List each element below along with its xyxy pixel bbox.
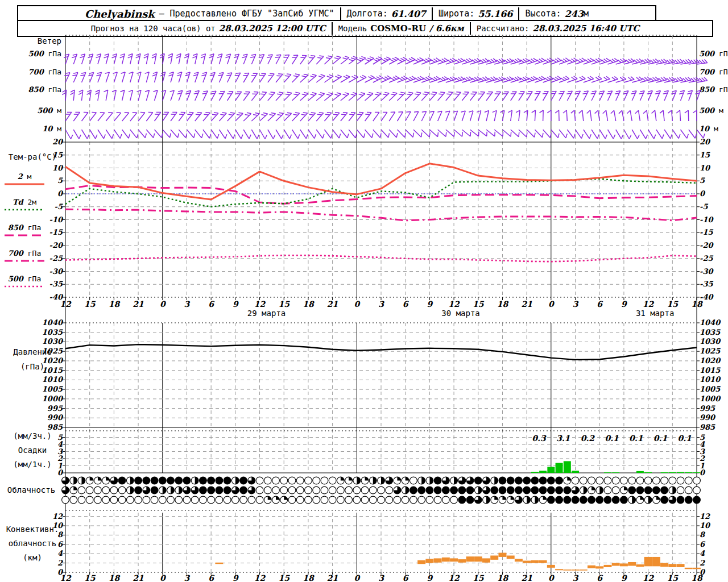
hour-label-bottom: 15 bbox=[278, 573, 290, 582]
cloud-cover-fill bbox=[677, 496, 684, 504]
tspan: гПа bbox=[714, 49, 728, 58]
cloud-cover-symbol bbox=[256, 496, 263, 504]
cloud-cover-symbol bbox=[296, 487, 304, 494]
cloud-cover-symbol bbox=[167, 496, 175, 504]
date-label: 31 марта bbox=[636, 309, 674, 318]
tspan: 700 bbox=[699, 68, 715, 76]
cloud-cover-symbol bbox=[264, 477, 271, 484]
cloud-cover-fill bbox=[421, 477, 425, 484]
hour-label-bottom: 21 bbox=[521, 573, 532, 582]
hour-label: 18 bbox=[691, 300, 703, 309]
cloud-cover-symbol bbox=[135, 496, 142, 504]
tspan: 500 bbox=[699, 49, 715, 58]
temp-ytick-right: 15 bbox=[700, 151, 710, 159]
legend-label: 500 гПа bbox=[8, 275, 41, 283]
label-number: 850 bbox=[28, 85, 45, 94]
convective-cloud-block bbox=[434, 558, 442, 562]
precip-1h-label: (мм/1ч.) bbox=[13, 460, 51, 469]
cloud-cover-fill bbox=[167, 477, 175, 484]
cloud-cover-fill bbox=[406, 477, 409, 480]
cloud-cover-fill bbox=[531, 487, 539, 494]
hour-label: 21 bbox=[327, 300, 338, 309]
convective-cloud-block bbox=[417, 560, 425, 564]
cloud-cover-symbol bbox=[386, 487, 393, 494]
tspan: 850 bbox=[8, 223, 24, 232]
cloud-cover-fill bbox=[208, 477, 215, 484]
cloud-cover-fill bbox=[135, 487, 142, 494]
cloud-cover-fill bbox=[539, 487, 547, 494]
wind-level-label-left: 850 гПа bbox=[28, 85, 61, 94]
precip-3h-sum: 0.1 bbox=[653, 434, 668, 443]
hour-label: 21 bbox=[133, 300, 144, 309]
hour-label-bottom: 18 bbox=[691, 573, 703, 582]
cloud-cover-fill bbox=[588, 496, 595, 504]
hour-label: 12 bbox=[60, 300, 72, 309]
cloud-cover-fill bbox=[515, 487, 523, 494]
cloud-cover-fill bbox=[200, 487, 207, 494]
cloud-cover-fill bbox=[507, 477, 514, 484]
cloud-cover-fill bbox=[547, 496, 555, 504]
cloud-cover-fill bbox=[73, 487, 77, 490]
cloud-cover-fill bbox=[466, 496, 474, 504]
cloud-cover-fill bbox=[216, 477, 223, 484]
cloud-cover-symbol bbox=[78, 487, 85, 494]
cloud-cover-symbol bbox=[361, 487, 369, 494]
wind-level-label-right: 500 м bbox=[699, 106, 723, 115]
cloud-cover-fill bbox=[98, 477, 101, 480]
convective-cloud-block bbox=[644, 557, 652, 566]
hour-label: 18 bbox=[109, 300, 121, 309]
cloud-cover-symbol bbox=[313, 496, 320, 504]
cloud-cover-symbol bbox=[572, 477, 579, 484]
cloud-cover-symbol bbox=[200, 496, 207, 504]
convective-cloud-block bbox=[466, 556, 474, 562]
cloud-cover-symbol bbox=[321, 487, 328, 494]
cloud-cover-symbol bbox=[280, 477, 288, 484]
wind-barb-row bbox=[64, 72, 708, 82]
hour-label: 3 bbox=[378, 300, 384, 309]
cloud-cover-symbol bbox=[644, 477, 652, 484]
cloud-cover-fill bbox=[357, 477, 360, 484]
cloud-cover-fill bbox=[556, 496, 563, 504]
cloud-cover-fill bbox=[208, 487, 215, 494]
cloud-cover-symbol bbox=[604, 477, 611, 484]
pressure-panel: 1040104010351035103010301025102510201020… bbox=[13, 318, 721, 431]
meteogram-page: Chelyabinsk — Предоставлено ФГБУ "ЗапСиб… bbox=[0, 0, 728, 582]
tspan: м bbox=[714, 106, 723, 115]
cloud-cover-symbol bbox=[652, 477, 660, 484]
hour-label-bottom: 9 bbox=[233, 573, 239, 582]
cloud-cover-symbol bbox=[296, 477, 304, 484]
hour-label-bottom: 15 bbox=[84, 573, 96, 582]
cloud-cover-fill bbox=[175, 477, 183, 484]
cloud-cover-symbol bbox=[110, 487, 118, 494]
precip-bar bbox=[531, 472, 539, 473]
pressure-ytick-right: 990 bbox=[700, 413, 716, 422]
hour-label-bottom: 18 bbox=[303, 573, 315, 582]
cloud-cover-symbol bbox=[216, 496, 223, 504]
convective-cloud-block bbox=[603, 565, 611, 567]
precip-bar bbox=[547, 467, 555, 473]
cloud-cover-symbol bbox=[118, 496, 126, 504]
precip-bar bbox=[661, 472, 668, 473]
cloud-cover-fill bbox=[547, 487, 555, 494]
hour-label: 0 bbox=[160, 300, 166, 309]
cloud-cover-symbol bbox=[288, 477, 296, 484]
convective-cloud-block bbox=[442, 558, 450, 562]
hour-label-bottom: 0 bbox=[548, 573, 555, 582]
hour-label: 15 bbox=[84, 300, 96, 309]
cloud-cover-fill bbox=[515, 477, 523, 484]
temp-ytick-left: -10 bbox=[49, 215, 64, 224]
precip-bar bbox=[564, 461, 571, 473]
cloud-cover-fill bbox=[478, 487, 482, 494]
cloud-cover-fill bbox=[240, 487, 247, 494]
cloud-cover-symbol bbox=[321, 496, 328, 504]
hour-label: 9 bbox=[621, 300, 627, 309]
cloud-cover-symbol bbox=[224, 496, 231, 504]
cloud-cover-symbol bbox=[369, 487, 377, 494]
temp-ytick-right: 20 bbox=[700, 138, 711, 146]
cloud-cover-symbol bbox=[110, 496, 118, 504]
cloud-cover-fill bbox=[442, 487, 449, 494]
cloud-cover-symbol bbox=[94, 487, 102, 494]
cloud-cover-symbol bbox=[329, 496, 336, 504]
temp-ytick-right: -20 bbox=[700, 241, 714, 250]
pressure-ytick-left: 985 bbox=[47, 423, 63, 431]
